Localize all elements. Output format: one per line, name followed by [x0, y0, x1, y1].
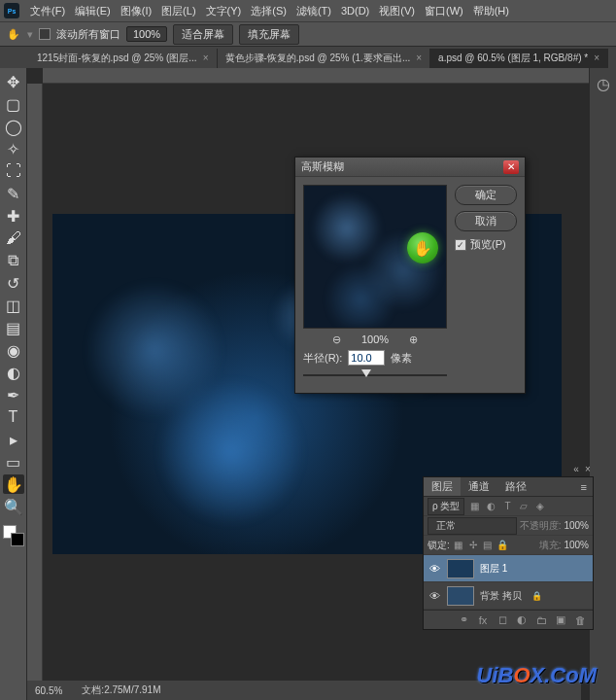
menu-select[interactable]: 选择(S): [246, 4, 291, 18]
layer-thumbnail[interactable]: [447, 559, 474, 578]
background-color[interactable]: [11, 533, 24, 546]
tab-paths[interactable]: 路径: [497, 477, 534, 496]
move-tool[interactable]: ✥: [3, 72, 24, 91]
lock-label: 锁定:: [428, 539, 450, 552]
status-docsize: 文档:2.75M/7.91M: [82, 683, 160, 697]
filter-shape-icon[interactable]: ▱: [517, 500, 530, 513]
hand-tool-icon: ✋: [6, 26, 21, 42]
zoom-tool[interactable]: 🔍: [3, 497, 24, 516]
zoom-100-button[interactable]: 100%: [126, 26, 167, 42]
color-swatches[interactable]: [3, 525, 24, 546]
zoom-in-icon[interactable]: ⊕: [406, 332, 420, 346]
fill-screen-button[interactable]: 填充屏幕: [239, 24, 299, 45]
slider-thumb-icon[interactable]: [361, 369, 371, 377]
fit-screen-button[interactable]: 适合屏幕: [173, 24, 233, 45]
status-zoom[interactable]: 60.5%: [35, 685, 62, 696]
watermark: UiBOX.CoM: [477, 663, 597, 688]
menu-3d[interactable]: 3D(D): [336, 5, 374, 17]
layer-mask-icon[interactable]: ◻: [496, 613, 509, 627]
filter-adjust-icon[interactable]: ◐: [484, 500, 497, 513]
close-icon[interactable]: ×: [594, 52, 599, 63]
ok-button[interactable]: 确定: [455, 185, 517, 205]
gradient-tool[interactable]: ▤: [3, 318, 24, 337]
panel-close-icon[interactable]: ×: [583, 464, 593, 473]
healing-tool[interactable]: ✚: [3, 206, 24, 226]
eraser-tool[interactable]: ◫: [3, 296, 24, 315]
tab-layers[interactable]: 图层: [424, 477, 461, 496]
dialog-preview[interactable]: ✋: [303, 185, 447, 329]
zoom-out-icon[interactable]: ⊖: [330, 332, 344, 346]
layer-thumbnail[interactable]: [447, 586, 474, 606]
doc-tab-1[interactable]: 1215封面-恢复的.psd @ 25% (图层...×: [29, 49, 218, 68]
dodge-tool[interactable]: ◐: [3, 363, 24, 382]
blur-tool[interactable]: ◉: [3, 340, 24, 360]
fill-label: 填充:: [539, 539, 562, 552]
lock-pixels-icon[interactable]: ▦: [453, 540, 464, 551]
type-tool[interactable]: T: [3, 407, 24, 427]
menu-filter[interactable]: 滤镜(T): [291, 4, 336, 18]
layer-name[interactable]: 背景 拷贝: [480, 589, 522, 603]
eyedropper-tool[interactable]: ✎: [3, 184, 24, 203]
radius-input[interactable]: [348, 350, 385, 366]
trash-icon[interactable]: 🗑: [573, 613, 587, 627]
scroll-all-checkbox[interactable]: [39, 28, 51, 40]
stamp-tool[interactable]: ⧉: [3, 251, 24, 270]
options-bar: ✋ ▾ 滚动所有窗口 100% 适合屏幕 填充屏幕: [0, 21, 616, 47]
marquee-tool[interactable]: ▢: [3, 94, 24, 114]
layer-name[interactable]: 图层 1: [480, 562, 507, 576]
wand-tool[interactable]: ✧: [3, 139, 24, 158]
filter-smart-icon[interactable]: ◈: [533, 500, 547, 513]
layer-fx-icon[interactable]: fx: [476, 613, 490, 627]
filter-pixel-icon[interactable]: ▦: [467, 500, 481, 513]
fill-value[interactable]: 100%: [564, 540, 589, 550]
tab-channels[interactable]: 通道: [461, 477, 497, 496]
menu-layer[interactable]: 图层(L): [156, 4, 200, 18]
opacity-value[interactable]: 100%: [564, 520, 589, 531]
dialog-close-button[interactable]: ✕: [503, 160, 519, 174]
panel-collapse-icon[interactable]: «: [571, 464, 581, 473]
menu-edit[interactable]: 编辑(E): [70, 4, 116, 18]
layer-row[interactable]: 👁 背景 拷贝 🔒: [424, 582, 593, 610]
dialog-titlebar[interactable]: 高斯模糊 ✕: [295, 158, 525, 177]
lock-position-icon[interactable]: ✢: [467, 540, 479, 551]
adjustment-layer-icon[interactable]: ◐: [515, 613, 529, 627]
pen-tool[interactable]: ✒: [3, 385, 24, 404]
visibility-icon[interactable]: 👁: [428, 589, 441, 603]
lasso-tool[interactable]: ◯: [3, 117, 24, 136]
panel-menu-icon[interactable]: ≡: [575, 481, 593, 493]
filter-type-icon[interactable]: T: [500, 500, 514, 513]
menu-view[interactable]: 视图(V): [374, 4, 420, 18]
cancel-button[interactable]: 取消: [455, 211, 517, 231]
brush-tool[interactable]: 🖌: [3, 228, 24, 248]
layers-panel: « × 图层 通道 路径 ≡ ρ 类型 ▦ ◐ T ▱ ◈ 正常 不透明度: 1…: [423, 476, 594, 630]
menu-window[interactable]: 窗口(W): [420, 4, 468, 18]
hand-tool[interactable]: ✋: [3, 474, 24, 494]
path-select-tool[interactable]: ▸: [3, 430, 24, 449]
visibility-icon[interactable]: 👁: [428, 562, 441, 576]
document-tabbar: 1215封面-恢复的.psd @ 25% (图层...× 黄色步骤-恢复的.ps…: [0, 47, 616, 68]
lock-icon: 🔒: [531, 591, 542, 601]
menu-help[interactable]: 帮助(H): [468, 4, 514, 18]
radius-slider[interactable]: [303, 369, 447, 381]
history-brush-tool[interactable]: ↺: [3, 273, 24, 293]
radius-label: 半径(R):: [303, 351, 342, 366]
close-icon[interactable]: ×: [203, 52, 209, 63]
crop-tool[interactable]: ⛶: [3, 161, 24, 181]
new-layer-icon[interactable]: ▣: [554, 613, 567, 627]
menu-image[interactable]: 图像(I): [116, 4, 156, 18]
lock-all-icon[interactable]: 🔒: [496, 540, 508, 551]
history-icon[interactable]: ◷: [594, 74, 613, 93]
menu-file[interactable]: 文件(F): [25, 4, 70, 18]
layer-kind-select[interactable]: ρ 类型: [428, 498, 464, 515]
link-layers-icon[interactable]: ⚭: [457, 613, 470, 627]
group-icon[interactable]: 🗀: [534, 613, 548, 627]
menu-type[interactable]: 文字(Y): [201, 4, 247, 18]
shape-tool[interactable]: ▭: [3, 452, 24, 472]
doc-tab-2[interactable]: 黄色步骤-恢复的.psd @ 25% (1.要求画出...×: [218, 49, 431, 68]
preview-checkbox[interactable]: ✓: [455, 239, 466, 251]
lock-fill-icon[interactable]: ▤: [482, 540, 494, 551]
layer-row[interactable]: 👁 图层 1: [424, 555, 593, 582]
close-icon[interactable]: ×: [416, 52, 422, 63]
doc-tab-3[interactable]: a.psd @ 60.5% (图层 1, RGB/8#) *×: [430, 49, 608, 68]
blend-mode-select[interactable]: 正常: [428, 517, 517, 535]
